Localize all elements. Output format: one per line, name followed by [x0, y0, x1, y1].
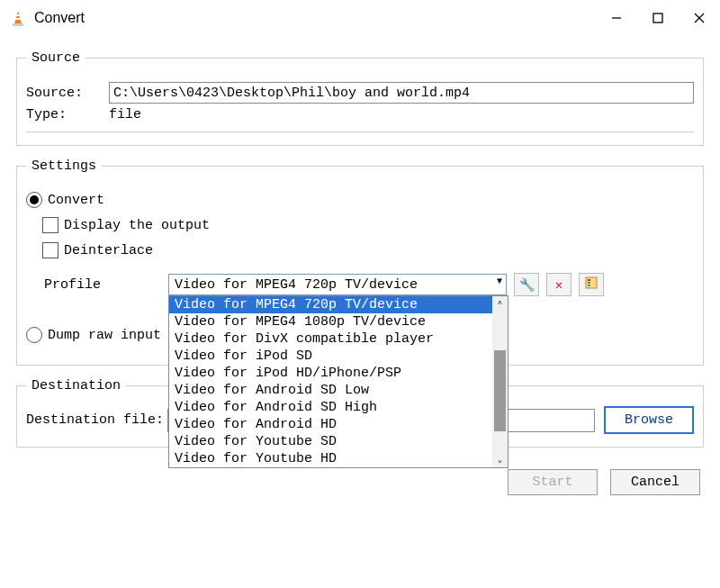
convert-label: Convert: [48, 193, 104, 208]
svg-rect-3: [15, 18, 21, 20]
deinterlace-checkbox[interactable]: Deinterlace: [42, 242, 694, 258]
window-controls: [596, 3, 720, 33]
profile-option[interactable]: Video for Android HD: [169, 416, 508, 433]
source-legend: Source: [26, 50, 86, 66]
profile-selected-value: Video for MPEG4 720p TV/device: [175, 277, 418, 293]
browse-button[interactable]: Browse: [604, 406, 694, 434]
maximize-button[interactable]: [637, 3, 679, 33]
new-profile-button[interactable]: [579, 273, 604, 296]
profile-option[interactable]: Video for MPEG4 720p TV/device: [169, 296, 508, 313]
svg-rect-9: [588, 279, 590, 281]
settings-group: Settings Convert Display the output Dein…: [16, 158, 704, 366]
svg-rect-10: [588, 282, 590, 284]
profile-select[interactable]: Video for MPEG4 720p TV/device ▼ Video f…: [168, 274, 507, 295]
chevron-down-icon: ▼: [497, 276, 502, 286]
delete-profile-button[interactable]: ✕: [546, 273, 572, 296]
destination-legend: Destination: [26, 378, 126, 394]
cancel-button[interactable]: Cancel: [610, 469, 700, 495]
settings-legend: Settings: [26, 158, 102, 174]
profile-option[interactable]: Video for iPod SD: [169, 348, 508, 365]
profile-option[interactable]: Video for Youtube HD: [169, 450, 508, 467]
profile-dropdown: Video for MPEG4 720p TV/device Video for…: [168, 295, 508, 468]
new-profile-icon: [584, 276, 598, 294]
divider: [26, 131, 694, 132]
source-group: Source Source: Type: file: [16, 50, 704, 146]
scrollbar-thumb[interactable]: [494, 350, 506, 431]
scroll-down-icon[interactable]: ⌄: [492, 452, 508, 467]
wrench-icon: 🔧: [519, 277, 535, 293]
profile-option[interactable]: Video for iPod HD/iPhone/PSP: [169, 365, 508, 382]
profile-option[interactable]: Video for Android SD Low: [169, 382, 508, 399]
svg-marker-0: [14, 11, 22, 24]
x-icon: ✕: [555, 277, 562, 293]
display-output-label: Display the output: [64, 218, 210, 233]
source-input[interactable]: [109, 82, 694, 104]
checkbox-icon: [42, 217, 58, 233]
scroll-up-icon[interactable]: ^: [492, 296, 508, 312]
svg-rect-8: [586, 277, 597, 288]
profile-option[interactable]: Video for DivX compatible player: [169, 330, 508, 348]
display-output-checkbox[interactable]: Display the output: [42, 217, 694, 233]
source-label: Source:: [26, 86, 109, 101]
start-button[interactable]: Start: [508, 469, 598, 495]
svg-rect-11: [588, 285, 590, 286]
radio-icon: [26, 192, 42, 208]
edit-profile-button[interactable]: 🔧: [514, 273, 539, 296]
checkbox-icon: [42, 242, 58, 258]
svg-rect-2: [16, 14, 21, 16]
profile-option[interactable]: Video for MPEG4 1080p TV/device: [169, 313, 508, 330]
profile-option[interactable]: Video for Youtube SD: [169, 433, 508, 450]
radio-icon: [26, 327, 42, 343]
profile-option[interactable]: Video for Android SD High: [169, 399, 508, 416]
svg-rect-1: [13, 23, 23, 26]
dropdown-scrollbar[interactable]: ^ ⌄: [492, 296, 508, 467]
close-button[interactable]: [679, 3, 720, 33]
titlebar: Convert: [0, 0, 720, 36]
vlc-cone-icon: [9, 9, 27, 27]
deinterlace-label: Deinterlace: [64, 243, 153, 258]
dump-raw-label: Dump raw input: [48, 328, 161, 343]
convert-radio[interactable]: Convert: [26, 192, 694, 208]
minimize-button[interactable]: [596, 3, 637, 33]
window-title: Convert: [34, 10, 596, 26]
destination-file-label: Destination file:: [26, 412, 164, 428]
svg-rect-5: [653, 14, 662, 23]
type-value: file: [109, 107, 141, 122]
profile-label: Profile: [26, 277, 168, 293]
type-label: Type:: [26, 107, 109, 122]
